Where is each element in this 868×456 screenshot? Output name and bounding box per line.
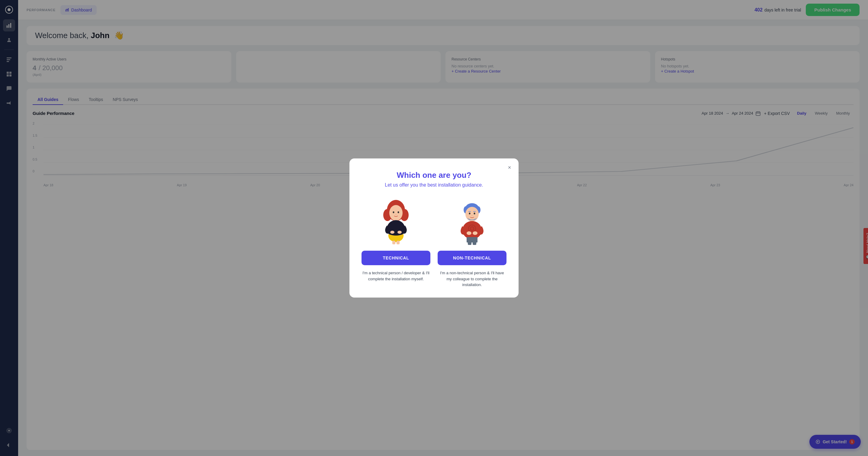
non-technical-avatar-svg — [451, 198, 493, 245]
svg-point-31 — [390, 231, 395, 234]
svg-point-25 — [389, 205, 403, 221]
non-technical-illustration — [448, 197, 496, 246]
svg-point-28 — [396, 214, 397, 215]
modal-choices: TECHNICAL I'm a technical person / devel… — [362, 197, 506, 288]
choice-technical: TECHNICAL I'm a technical person / devel… — [362, 197, 430, 288]
modal-close-button[interactable]: × — [505, 163, 514, 172]
non-technical-button[interactable]: NON-TECHNICAL — [438, 251, 506, 265]
svg-point-47 — [473, 231, 477, 235]
technical-button[interactable]: TECHNICAL — [362, 251, 430, 265]
svg-point-27 — [398, 211, 399, 213]
svg-rect-50 — [473, 241, 476, 245]
non-technical-description: I'm a non-technical person & I'll have m… — [438, 270, 506, 288]
svg-rect-33 — [392, 241, 395, 244]
modal: × Which one are you? Let us offer you th… — [349, 159, 519, 297]
modal-subtitle: Let us offer you the best installation g… — [362, 182, 506, 188]
svg-point-26 — [393, 211, 395, 213]
svg-rect-49 — [468, 241, 471, 245]
technical-description: I'm a technical person / developer & I'l… — [362, 270, 430, 282]
svg-point-32 — [398, 231, 402, 234]
technical-avatar-svg — [375, 198, 417, 245]
modal-overlay[interactable]: × Which one are you? Let us offer you th… — [0, 0, 868, 456]
svg-rect-34 — [397, 241, 400, 244]
choice-non-technical: NON-TECHNICAL I'm a non-technical person… — [438, 197, 506, 288]
technical-illustration — [372, 197, 420, 246]
svg-point-46 — [467, 231, 471, 235]
svg-point-41 — [472, 215, 473, 216]
svg-point-38 — [465, 207, 479, 221]
svg-point-39 — [469, 212, 470, 215]
svg-point-40 — [474, 212, 475, 215]
modal-title: Which one are you? — [362, 171, 506, 180]
